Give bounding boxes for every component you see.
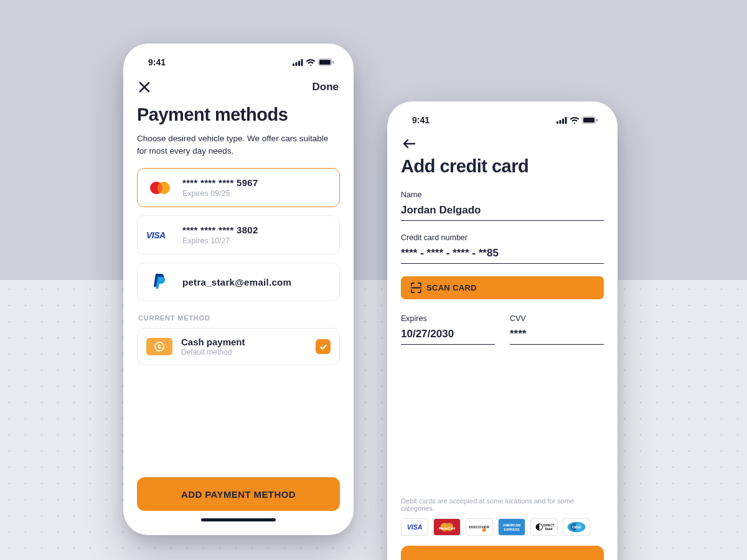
nav-row: Done [137,68,340,102]
scan-card-label: SCAN CARD [426,283,477,292]
card-text: **** **** **** 3802 Expires 10/27 [182,225,331,245]
svg-text:DISCOVER: DISCOVER [469,525,490,529]
payment-method-mastercard[interactable]: **** **** **** 5967 Expires 09/25 [137,168,340,207]
svg-text:Cirrus: Cirrus [572,526,581,529]
background-dotted [0,280,747,560]
paypal-email: petra_stark@email.com [182,277,331,287]
cash-text: Cash payment Default method [181,337,307,357]
current-method-label: CURRENT METHOD [137,309,340,328]
status-bar: 9:41 [401,113,604,126]
selected-check-badge [316,339,331,354]
phone-add-credit-card: 9:41 Add credit card Name Credit card nu… [387,101,618,560]
card-number-label: Credit card number [401,233,604,242]
add-payment-method-button[interactable]: ADD PAYMENT METHOD [137,477,340,511]
expires-cvv-row: Expires CVV [401,314,604,345]
page-title: Payment methods [137,102,340,133]
brand-logo-visa: VISA [401,518,428,536]
card-expiry: Expires 09/25 [182,189,331,198]
svg-text:VISA: VISA [146,230,166,240]
brand-logo-amex: AMERICANEXPRESS [498,518,525,536]
save-button[interactable]: SAVE [401,546,604,560]
svg-rect-15 [565,117,567,124]
svg-rect-6 [332,61,334,63]
wifi-icon [570,117,580,124]
paypal-logo-icon [146,272,174,292]
svg-text:Debit: Debit [545,528,553,531]
home-indicator [201,518,276,521]
brand-logo-discover: DISCOVER [466,518,493,536]
brand-logo-direct-debit: DIRECTDebit [530,518,558,536]
card-text: **** **** **** 5967 Expires 09/25 [182,177,331,198]
card-number-field: Credit card number [401,233,604,264]
scan-icon [411,282,421,293]
card-text: petra_stark@email.com [182,277,331,287]
signal-icon [293,59,303,66]
svg-rect-5 [319,60,331,65]
svg-text:$: $ [157,343,161,350]
visa-logo-icon: VISA [146,225,174,245]
svg-rect-18 [596,119,598,121]
cvv-field: CVV [510,314,604,345]
status-icons [557,116,598,124]
cash-payment-row[interactable]: $ Cash payment Default method [137,328,340,365]
svg-text:AMERICAN: AMERICAN [503,523,520,527]
cash-title: Cash payment [181,337,307,347]
footnote-text: Debit cards are accepted at some locatio… [401,497,604,512]
svg-text:VISA: VISA [407,523,423,531]
close-icon [138,81,151,93]
page-subtitle: Choose desired vehicle type. We offer ca… [137,133,340,168]
cvv-label: CVV [510,314,604,323]
battery-icon [582,116,598,124]
svg-rect-14 [562,118,564,124]
status-time: 9:41 [148,57,166,67]
status-time: 9:41 [412,115,430,125]
payment-method-paypal[interactable]: petra_stark@email.com [137,263,340,301]
back-button[interactable] [402,139,416,149]
brand-logo-mastercard: MasterCard [433,518,461,536]
page-title: Add credit card [401,154,604,184]
card-number: **** **** **** 3802 [182,225,331,235]
status-icons [293,58,334,66]
name-field: Name [401,190,604,221]
close-button[interactable] [138,81,151,93]
expires-input[interactable] [401,325,495,345]
expires-label: Expires [401,314,495,323]
status-bar: 9:41 [137,55,340,68]
phone-payment-methods: 9:41 Done Payment methods Choose desired… [123,44,354,535]
card-expiry: Expires 10/27 [182,236,331,245]
svg-point-25 [482,528,486,532]
svg-rect-0 [293,63,294,66]
signal-icon [557,117,567,124]
svg-text:MasterCard: MasterCard [439,527,455,530]
payment-method-visa[interactable]: VISA **** **** **** 3802 Expires 10/27 [137,215,340,254]
svg-rect-13 [560,120,561,124]
svg-rect-12 [557,121,558,124]
check-icon [319,343,327,351]
svg-text:DIRECT: DIRECT [543,524,555,527]
brand-logo-cirrus: Cirrus [563,518,590,536]
card-number-input[interactable] [401,245,604,264]
cash-subtitle: Default method [181,348,307,357]
svg-rect-2 [298,60,300,66]
accepted-cards-row: VISA MasterCard DISCOVER AMERICANEXPRESS… [401,518,604,536]
cvv-input[interactable] [510,325,604,345]
mastercard-logo-icon [146,178,174,198]
svg-rect-1 [296,62,298,66]
arrow-left-icon [402,139,416,149]
expires-field: Expires [401,314,495,345]
scan-card-button[interactable]: SCAN CARD [401,276,604,299]
card-number: **** **** **** 5967 [182,177,331,188]
svg-rect-17 [583,118,594,123]
svg-text:EXPRESS: EXPRESS [504,528,520,531]
name-label: Name [401,190,604,199]
done-button[interactable]: Done [312,81,339,93]
svg-rect-3 [301,59,303,66]
wifi-icon [306,59,316,66]
cash-icon: $ [146,338,172,355]
name-input[interactable] [401,202,604,221]
battery-icon [318,58,334,66]
nav-row [401,126,604,154]
